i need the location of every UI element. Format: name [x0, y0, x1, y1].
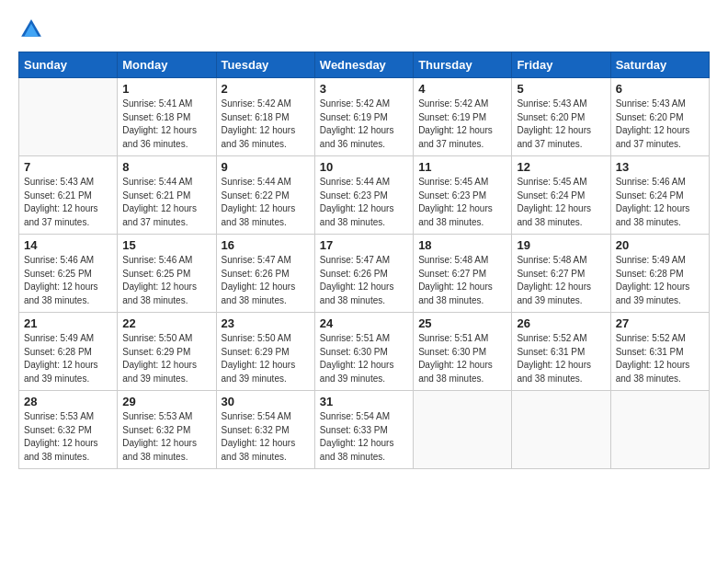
day-info: Sunrise: 5:46 AMSunset: 6:25 PMDaylight:… [122, 254, 210, 307]
calendar-cell: 27Sunrise: 5:52 AMSunset: 6:31 PMDayligh… [610, 313, 709, 391]
calendar-header-thursday: Thursday [414, 52, 512, 78]
day-number: 8 [122, 160, 210, 174]
calendar-cell: 6Sunrise: 5:43 AMSunset: 6:20 PMDaylight… [610, 78, 709, 156]
day-info: Sunrise: 5:49 AMSunset: 6:28 PMDaylight:… [616, 254, 704, 307]
calendar-week-row: 21Sunrise: 5:49 AMSunset: 6:28 PMDayligh… [19, 313, 710, 391]
day-number: 28 [24, 395, 112, 408]
day-number: 19 [517, 238, 605, 252]
day-number: 25 [418, 316, 506, 330]
day-number: 18 [418, 238, 506, 252]
day-number: 13 [616, 160, 704, 174]
day-info: Sunrise: 5:53 AMSunset: 6:32 PMDaylight:… [122, 410, 210, 464]
calendar-cell: 13Sunrise: 5:46 AMSunset: 6:24 PMDayligh… [610, 156, 709, 235]
day-info: Sunrise: 5:43 AMSunset: 6:20 PMDaylight:… [616, 98, 704, 151]
calendar-header-friday: Friday [512, 52, 610, 78]
day-info: Sunrise: 5:47 AMSunset: 6:26 PMDaylight:… [320, 254, 408, 307]
day-number: 14 [24, 238, 112, 252]
calendar-cell: 17Sunrise: 5:47 AMSunset: 6:26 PMDayligh… [314, 235, 413, 313]
day-number: 23 [222, 316, 310, 330]
day-info: Sunrise: 5:51 AMSunset: 6:30 PMDaylight:… [320, 332, 408, 385]
calendar-cell: 8Sunrise: 5:44 AMSunset: 6:21 PMDaylight… [118, 156, 216, 235]
day-info: Sunrise: 5:52 AMSunset: 6:31 PMDaylight:… [616, 332, 704, 385]
calendar-cell: 24Sunrise: 5:51 AMSunset: 6:30 PMDayligh… [314, 313, 413, 391]
calendar-cell: 12Sunrise: 5:45 AMSunset: 6:24 PMDayligh… [512, 156, 610, 235]
day-number: 16 [222, 238, 310, 252]
calendar-header-tuesday: Tuesday [216, 52, 314, 78]
calendar-cell: 30Sunrise: 5:54 AMSunset: 6:32 PMDayligh… [216, 391, 314, 469]
day-info: Sunrise: 5:49 AMSunset: 6:28 PMDaylight:… [24, 332, 112, 385]
calendar-cell: 11Sunrise: 5:45 AMSunset: 6:23 PMDayligh… [414, 156, 512, 235]
day-info: Sunrise: 5:44 AMSunset: 6:21 PMDaylight:… [122, 176, 210, 229]
day-number: 24 [320, 316, 408, 330]
calendar-cell: 4Sunrise: 5:42 AMSunset: 6:19 PMDaylight… [414, 78, 512, 156]
day-number: 10 [320, 160, 408, 174]
day-info: Sunrise: 5:44 AMSunset: 6:22 PMDaylight:… [222, 176, 310, 229]
calendar-cell: 2Sunrise: 5:42 AMSunset: 6:18 PMDaylight… [216, 78, 314, 156]
day-info: Sunrise: 5:41 AMSunset: 6:18 PMDaylight:… [122, 98, 210, 151]
calendar-cell: 3Sunrise: 5:42 AMSunset: 6:19 PMDaylight… [314, 78, 413, 156]
day-info: Sunrise: 5:50 AMSunset: 6:29 PMDaylight:… [122, 332, 210, 385]
logo [18, 17, 48, 42]
day-info: Sunrise: 5:42 AMSunset: 6:19 PMDaylight:… [320, 98, 408, 151]
day-number: 4 [418, 82, 506, 96]
calendar-cell [512, 391, 610, 469]
calendar-cell: 5Sunrise: 5:43 AMSunset: 6:20 PMDaylight… [512, 78, 610, 156]
calendar-cell: 1Sunrise: 5:41 AMSunset: 6:18 PMDaylight… [118, 78, 216, 156]
calendar-cell: 19Sunrise: 5:48 AMSunset: 6:27 PMDayligh… [512, 235, 610, 313]
day-info: Sunrise: 5:54 AMSunset: 6:32 PMDaylight:… [222, 410, 310, 464]
calendar-week-row: 14Sunrise: 5:46 AMSunset: 6:25 PMDayligh… [19, 235, 710, 313]
day-info: Sunrise: 5:53 AMSunset: 6:32 PMDaylight:… [24, 410, 112, 464]
day-info: Sunrise: 5:48 AMSunset: 6:27 PMDaylight:… [517, 254, 605, 307]
page: SundayMondayTuesdayWednesdayThursdayFrid… [0, 0, 728, 563]
day-number: 26 [517, 316, 605, 330]
day-info: Sunrise: 5:50 AMSunset: 6:29 PMDaylight:… [222, 332, 310, 385]
header [18, 17, 710, 42]
calendar-cell [19, 78, 118, 156]
day-number: 21 [24, 316, 112, 330]
calendar-header-sunday: Sunday [19, 52, 118, 78]
day-number: 20 [616, 238, 704, 252]
calendar-cell: 31Sunrise: 5:54 AMSunset: 6:33 PMDayligh… [314, 391, 413, 469]
day-info: Sunrise: 5:43 AMSunset: 6:21 PMDaylight:… [24, 176, 112, 229]
calendar-cell [610, 391, 709, 469]
day-number: 9 [222, 160, 310, 174]
calendar-header-monday: Monday [118, 52, 216, 78]
calendar-cell: 28Sunrise: 5:53 AMSunset: 6:32 PMDayligh… [19, 391, 118, 469]
calendar-cell: 9Sunrise: 5:44 AMSunset: 6:22 PMDaylight… [216, 156, 314, 235]
day-info: Sunrise: 5:51 AMSunset: 6:30 PMDaylight:… [418, 332, 506, 385]
day-number: 29 [122, 395, 210, 408]
calendar-cell: 20Sunrise: 5:49 AMSunset: 6:28 PMDayligh… [610, 235, 709, 313]
day-number: 7 [24, 160, 112, 174]
day-number: 3 [320, 82, 408, 96]
calendar-cell: 29Sunrise: 5:53 AMSunset: 6:32 PMDayligh… [118, 391, 216, 469]
logo-icon [18, 17, 44, 42]
day-number: 27 [616, 316, 704, 330]
day-info: Sunrise: 5:45 AMSunset: 6:23 PMDaylight:… [418, 176, 506, 229]
calendar-header-row: SundayMondayTuesdayWednesdayThursdayFrid… [19, 52, 710, 78]
calendar-cell [414, 391, 512, 469]
calendar-cell: 7Sunrise: 5:43 AMSunset: 6:21 PMDaylight… [19, 156, 118, 235]
day-number: 2 [222, 82, 310, 96]
day-number: 17 [320, 238, 408, 252]
day-info: Sunrise: 5:42 AMSunset: 6:19 PMDaylight:… [418, 98, 506, 151]
day-info: Sunrise: 5:47 AMSunset: 6:26 PMDaylight:… [222, 254, 310, 307]
calendar-week-row: 1Sunrise: 5:41 AMSunset: 6:18 PMDaylight… [19, 78, 710, 156]
calendar-cell: 18Sunrise: 5:48 AMSunset: 6:27 PMDayligh… [414, 235, 512, 313]
day-info: Sunrise: 5:46 AMSunset: 6:25 PMDaylight:… [24, 254, 112, 307]
day-info: Sunrise: 5:42 AMSunset: 6:18 PMDaylight:… [222, 98, 310, 151]
day-info: Sunrise: 5:48 AMSunset: 6:27 PMDaylight:… [418, 254, 506, 307]
day-info: Sunrise: 5:44 AMSunset: 6:23 PMDaylight:… [320, 176, 408, 229]
calendar-cell: 22Sunrise: 5:50 AMSunset: 6:29 PMDayligh… [118, 313, 216, 391]
calendar-header-wednesday: Wednesday [314, 52, 413, 78]
day-info: Sunrise: 5:52 AMSunset: 6:31 PMDaylight:… [517, 332, 605, 385]
day-number: 30 [222, 395, 310, 408]
day-number: 11 [418, 160, 506, 174]
day-number: 1 [122, 82, 210, 96]
day-number: 22 [122, 316, 210, 330]
calendar-table: SundayMondayTuesdayWednesdayThursdayFrid… [18, 52, 710, 469]
day-info: Sunrise: 5:45 AMSunset: 6:24 PMDaylight:… [517, 176, 605, 229]
calendar-cell: 16Sunrise: 5:47 AMSunset: 6:26 PMDayligh… [216, 235, 314, 313]
calendar-cell: 25Sunrise: 5:51 AMSunset: 6:30 PMDayligh… [414, 313, 512, 391]
calendar-cell: 14Sunrise: 5:46 AMSunset: 6:25 PMDayligh… [19, 235, 118, 313]
calendar-cell: 15Sunrise: 5:46 AMSunset: 6:25 PMDayligh… [118, 235, 216, 313]
